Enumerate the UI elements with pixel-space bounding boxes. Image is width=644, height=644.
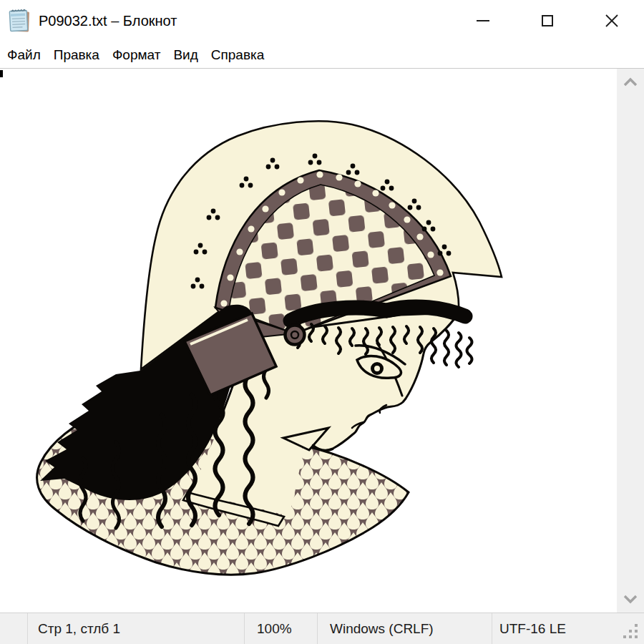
window-controls <box>451 0 644 42</box>
menu-bar: Файл Правка Формат Вид Справка <box>0 42 644 69</box>
maximize-button[interactable] <box>515 0 580 42</box>
vertical-scrollbar[interactable] <box>617 69 644 613</box>
status-cursor-position: Стр 1, стлб 1 <box>27 613 244 644</box>
menu-view[interactable]: Вид <box>167 42 204 68</box>
status-zoom-level: 100% <box>244 613 317 644</box>
minimize-button[interactable] <box>451 0 515 42</box>
menu-edit[interactable]: Правка <box>47 42 106 68</box>
notepad-window: { "window": { "title": "P09032.txt – Бло… <box>0 0 644 644</box>
status-spacer <box>0 613 27 644</box>
menu-help[interactable]: Справка <box>205 42 271 68</box>
notepad-icon <box>6 7 32 34</box>
chevron-down-icon <box>623 594 638 604</box>
text-area[interactable] <box>0 69 644 613</box>
title-bar: P09032.txt – Блокнот <box>0 0 644 42</box>
scroll-down-button[interactable] <box>617 585 644 613</box>
window-title: P09032.txt – Блокнот <box>39 13 177 29</box>
crest-rosette <box>286 326 305 345</box>
close-button[interactable] <box>580 0 644 42</box>
minimize-icon <box>477 20 489 21</box>
resize-grip-icon[interactable] <box>621 622 640 640</box>
status-bar: Стр 1, стлб 1 100% Windows (CRLF) UTF-16… <box>0 613 644 644</box>
status-line-ending: Windows (CRLF) <box>317 613 492 644</box>
ascii-art-image <box>0 69 617 613</box>
chevron-up-icon <box>623 77 638 87</box>
maximize-icon <box>542 15 553 26</box>
menu-file[interactable]: Файл <box>1 42 47 68</box>
scroll-up-button[interactable] <box>617 69 644 96</box>
menu-format[interactable]: Формат <box>106 42 167 68</box>
close-icon <box>605 14 619 28</box>
